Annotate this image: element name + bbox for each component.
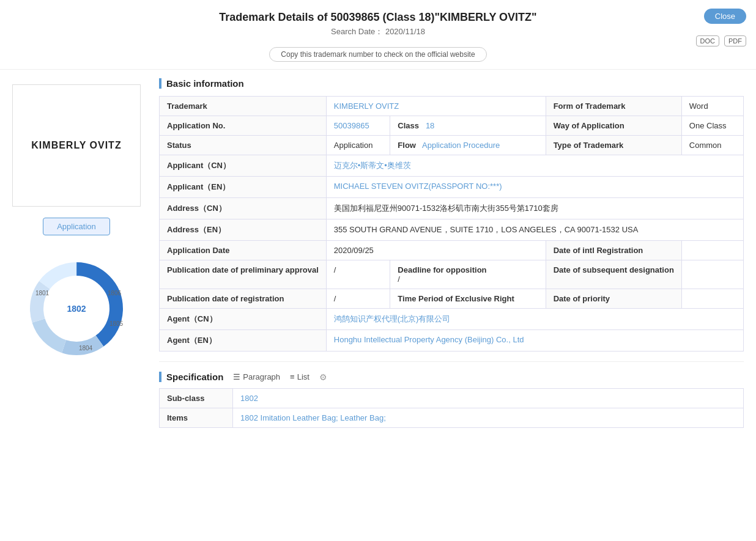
table-row: Publication date of preliminary approval…: [160, 260, 744, 289]
spec-items-value: 1802 Imitation Leather Bag; Leather Bag;: [233, 408, 744, 428]
field-value-appno: 50039865: [326, 116, 390, 136]
status-badge-container: Application: [12, 218, 141, 235]
list-icon: ≡: [290, 372, 295, 381]
donut-center-label: 1802: [67, 304, 86, 314]
table-row: Status Application Flow Application Proc…: [160, 136, 744, 155]
field-value-priority: [681, 289, 743, 309]
field-label-applicant-cn: Applicant（CN）: [160, 155, 327, 177]
field-label-applicant-en: Applicant（EN）: [160, 177, 327, 198]
trademark-image: KIMBERLY OVITZ: [12, 84, 141, 207]
field-label-class: Class: [398, 121, 419, 130]
main-layout: KIMBERLY OVITZ Application: [0, 72, 756, 446]
field-label-address-en: Address（EN）: [160, 219, 327, 241]
basic-info-title: Basic information: [159, 78, 744, 89]
field-label-type: Type of Trademark: [546, 136, 681, 155]
table-row: Applicant（EN） MICHAEL STEVEN OVITZ(PASSP…: [160, 177, 744, 198]
spec-header: Specification ☰ Paragraph ≡ List ⚙: [159, 372, 744, 382]
field-value-agent-cn: 鸿鹄知识产权代理(北京)有限公司: [326, 309, 743, 330]
field-value-type: Common: [681, 136, 743, 155]
donut-chart: 1802 1801 1806 1805 1804: [21, 254, 132, 364]
list-label: List: [297, 372, 309, 381]
trademark-display-text: KIMBERLY OVITZ: [31, 140, 121, 151]
spec-items-label: Items: [160, 408, 233, 428]
field-label-agent-en: Agent（EN）: [160, 330, 327, 351]
paragraph-icon: ☰: [233, 372, 240, 381]
page-wrapper: Close Trademark Details of 50039865 (Cla…: [0, 0, 756, 541]
donut-label-1801: 1801: [35, 290, 50, 296]
field-label-pub-reg: Publication date of registration: [160, 289, 327, 309]
status-badge: Application: [43, 218, 110, 235]
paragraph-toggle[interactable]: ☰ Paragraph: [233, 372, 280, 381]
pdf-export-button[interactable]: PDF: [724, 35, 746, 46]
field-label-pub-prelim: Publication date of preliminary approval: [160, 260, 327, 289]
settings-icon[interactable]: ⚙: [319, 372, 327, 382]
table-row: Applicant（CN） 迈克尔•斯蒂文•奥维茨: [160, 155, 744, 177]
field-value-trademark: KIMBERLY OVITZ: [326, 97, 546, 116]
field-label-address-cn: Address（CN）: [160, 198, 327, 219]
page-title: Trademark Details of 50039865 (Class 18)…: [0, 11, 756, 24]
search-date: Search Date： 2020/11/18: [0, 26, 756, 37]
spec-subclass-label: Sub-class: [160, 389, 233, 408]
table-row: Trademark KIMBERLY OVITZ Form of Tradema…: [160, 97, 744, 116]
field-value-agent-en: Honghu Intellectual Property Agency (Bei…: [326, 330, 743, 351]
field-value-appdate: 2020/09/25: [326, 241, 546, 260]
field-label-way: Way of Application: [546, 116, 681, 136]
donut-chart-area: 1802 1801 1806 1805 1804: [12, 254, 141, 364]
search-date-value: 2020/11/18: [385, 27, 425, 36]
field-value-subsequent: [681, 260, 743, 289]
spec-subclass-value: 1802: [233, 389, 744, 408]
table-row: Agent（EN） Honghu Intellectual Property A…: [160, 330, 744, 351]
field-label-appno: Application No.: [160, 116, 327, 136]
table-row: Publication date of registration / Time …: [160, 289, 744, 309]
field-value-pub-reg: /: [326, 289, 390, 309]
left-panel: KIMBERLY OVITZ Application: [0, 72, 153, 434]
field-label-intl-reg: Date of intl Registration: [546, 241, 681, 260]
spec-section-title: Specification: [159, 372, 223, 382]
search-date-label: Search Date：: [331, 27, 383, 36]
field-value-pub-prelim: /: [326, 260, 390, 289]
field-label-deadline: Deadline for opposition: [398, 265, 538, 274]
field-label-form: Form of Trademark: [546, 97, 681, 116]
field-value-status: Application: [326, 136, 390, 155]
donut-label-1804: 1804: [79, 345, 93, 351]
table-row: Address（CN） 美国加利福尼亚州90071-1532洛杉矶市南大街355…: [160, 198, 744, 219]
field-label-status: Status: [160, 136, 327, 155]
field-value-address-cn: 美国加利福尼亚州90071-1532洛杉矶市南大街355号第1710套房: [326, 198, 743, 219]
field-value-flow: Application Procedure: [422, 141, 500, 150]
field-value-address-en: 355 SOUTH GRAND AVENUE，SUITE 1710，LOS AN…: [326, 219, 743, 241]
field-label-priority: Date of priority: [546, 289, 681, 309]
paragraph-label: Paragraph: [243, 372, 280, 381]
field-label-agent-cn: Agent（CN）: [160, 309, 327, 330]
right-panel: Basic information Trademark KIMBERLY OVI…: [153, 72, 756, 434]
field-label-timeperiod: Time Period of Exclusive Right: [398, 294, 538, 303]
basic-info-table: Trademark KIMBERLY OVITZ Form of Tradema…: [159, 96, 744, 351]
field-value-form: Word: [681, 97, 743, 116]
field-value-applicant-en: MICHAEL STEVEN OVITZ(PASSPORT NO:***): [326, 177, 743, 198]
section-divider: [159, 361, 744, 362]
field-value-intl-reg: [681, 241, 743, 260]
doc-export-button[interactable]: DOC: [696, 35, 719, 46]
table-row: Items 1802 Imitation Leather Bag; Leathe…: [160, 408, 744, 428]
table-row: Agent（CN） 鸿鹄知识产权代理(北京)有限公司: [160, 309, 744, 330]
table-row: Application No. 50039865 Class 18 Way of…: [160, 116, 744, 136]
field-label-subsequent: Date of subsequent designation: [546, 260, 681, 289]
copy-trademark-button[interactable]: Copy this trademark number to check on t…: [269, 47, 486, 62]
field-value-class: 18: [426, 121, 434, 130]
export-icons: DOC PDF: [696, 35, 746, 46]
field-label-appdate: Application Date: [160, 241, 327, 260]
donut-label-1806: 1806: [108, 290, 122, 296]
table-row: Sub-class 1802: [160, 389, 744, 408]
field-value-way: One Class: [681, 116, 743, 136]
spec-table: Sub-class 1802 Items 1802 Imitation Leat…: [159, 388, 744, 428]
field-value-deadline: /: [398, 274, 538, 284]
header: Close Trademark Details of 50039865 (Cla…: [0, 0, 756, 67]
field-value-applicant-cn: 迈克尔•斯蒂文•奥维茨: [326, 155, 743, 177]
close-button[interactable]: Close: [704, 9, 746, 24]
field-label-trademark: Trademark: [160, 97, 327, 116]
list-toggle[interactable]: ≡ List: [290, 372, 309, 381]
field-label-flow: Flow: [398, 141, 416, 150]
donut-label-1805: 1805: [109, 320, 124, 327]
table-row: Address（EN） 355 SOUTH GRAND AVENUE，SUITE…: [160, 219, 744, 241]
table-row: Application Date 2020/09/25 Date of intl…: [160, 241, 744, 260]
